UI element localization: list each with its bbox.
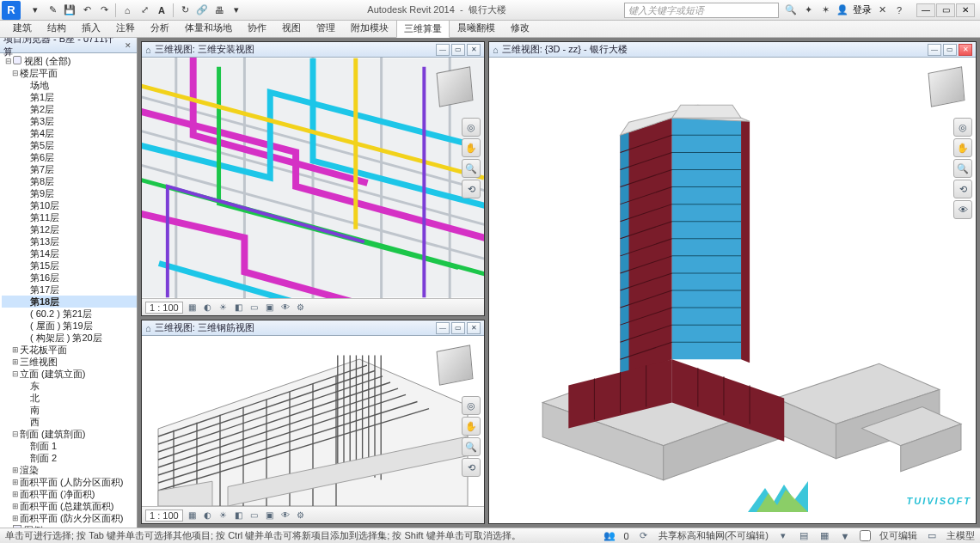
sync-status-icon[interactable]: ⟳ bbox=[638, 530, 650, 542]
user-icon[interactable]: 👤 bbox=[836, 3, 849, 17]
tree-node[interactable]: ⊟剖面 (建筑剖面) bbox=[2, 428, 137, 440]
tree-node[interactable]: ⊟楼层平面 bbox=[2, 67, 137, 79]
view-min-icon[interactable]: — bbox=[928, 44, 941, 56]
tree-node[interactable]: 第6层 bbox=[2, 151, 137, 163]
tree-node[interactable]: 第14层 bbox=[2, 247, 137, 259]
view-title-bar[interactable]: ⌂ 三维视图: 三维安装视图 — ▭ ✕ bbox=[142, 42, 484, 58]
tree-node[interactable]: 第12层 bbox=[2, 223, 137, 235]
tree-node[interactable]: 第2层 bbox=[2, 103, 137, 115]
scale-selector[interactable]: 1 : 100 bbox=[145, 509, 183, 522]
steering-wheel-icon[interactable]: ◎ bbox=[462, 396, 481, 415]
tree-node[interactable]: 第15层 bbox=[2, 259, 137, 272]
view-max-icon[interactable]: ▭ bbox=[943, 44, 957, 56]
view-close-icon[interactable]: ✕ bbox=[467, 322, 481, 334]
ribbon-tab[interactable]: 视图 bbox=[274, 19, 309, 37]
redo-icon[interactable]: ↷ bbox=[96, 3, 112, 18]
file-menu-icon[interactable]: ▾ bbox=[28, 3, 43, 18]
panel-close-icon[interactable]: ✕ bbox=[123, 40, 133, 51]
tree-node[interactable]: 第1层 bbox=[2, 91, 137, 103]
tree-node[interactable]: ⊞渲染 bbox=[2, 464, 137, 476]
tree-node[interactable]: 剖面 1 bbox=[2, 440, 137, 452]
tree-node[interactable]: ⊞三维视图 bbox=[2, 356, 137, 368]
tree-node[interactable]: 第18层 bbox=[2, 296, 137, 308]
tree-node[interactable]: 第4层 bbox=[2, 127, 137, 139]
ribbon-tab[interactable]: 附加模块 bbox=[343, 19, 396, 37]
link-icon[interactable]: 🔗 bbox=[194, 3, 210, 18]
tree-node[interactable]: 场地 bbox=[2, 79, 137, 91]
ribbon-tab[interactable]: 修改 bbox=[503, 19, 537, 37]
measure-icon[interactable]: ⤢ bbox=[137, 3, 152, 18]
ribbon-tab[interactable]: 体量和场地 bbox=[177, 19, 240, 37]
view-home-icon[interactable]: ⌂ bbox=[145, 45, 151, 55]
tree-node[interactable]: 第3层 bbox=[2, 115, 137, 127]
view-cube[interactable] bbox=[431, 341, 479, 389]
tree-node[interactable]: 剖面 2 bbox=[2, 452, 137, 464]
home-icon[interactable]: ⌂ bbox=[119, 3, 135, 18]
view-min-icon[interactable]: — bbox=[436, 322, 450, 334]
ribbon-tab[interactable]: 结构 bbox=[40, 19, 74, 37]
editable-only-checkbox[interactable] bbox=[860, 530, 871, 541]
zoom-icon[interactable]: 🔍 bbox=[462, 159, 481, 178]
tree-node[interactable]: ( 60.2 ) 第21层 bbox=[2, 308, 137, 320]
minimize-icon[interactable]: — bbox=[916, 3, 935, 17]
ribbon-tab[interactable]: 三维算量 bbox=[396, 20, 450, 38]
exchange-icon[interactable]: ✶ bbox=[818, 3, 832, 17]
tree-node[interactable]: 东 bbox=[2, 380, 137, 392]
view-min-icon[interactable]: — bbox=[436, 44, 450, 56]
ribbon-tab[interactable]: 协作 bbox=[240, 19, 274, 37]
visual-style-icon[interactable]: ◐ bbox=[202, 509, 214, 522]
tree-node[interactable]: 第5层 bbox=[2, 139, 137, 151]
project-browser-tree[interactable]: ⊟视图 (全部)⊟楼层平面场地第1层第2层第3层第4层第5层第6层第7层第8层第… bbox=[0, 53, 137, 528]
filter-icon[interactable]: ▼ bbox=[839, 530, 851, 542]
favorite-icon[interactable]: ✕ bbox=[875, 3, 889, 17]
view-canvas-building[interactable]: ◎ ✋ 🔍 ⟲ 👁 bbox=[489, 58, 976, 523]
tree-node[interactable]: ⊟立面 (建筑立面) bbox=[2, 368, 137, 380]
tree-node[interactable]: 西 bbox=[2, 416, 137, 428]
hide-icon[interactable]: 👁 bbox=[279, 302, 291, 314]
undo-icon[interactable]: ↶ bbox=[79, 3, 95, 18]
view-cube[interactable] bbox=[922, 63, 971, 111]
view-max-icon[interactable]: ▭ bbox=[451, 44, 465, 56]
crop-icon[interactable]: ▭ bbox=[248, 302, 260, 314]
close-icon[interactable]: ✕ bbox=[956, 3, 975, 17]
orbit-icon[interactable]: ⟲ bbox=[462, 458, 481, 477]
visual-style-icon[interactable]: ◐ bbox=[202, 302, 214, 314]
model-icon[interactable]: ▭ bbox=[926, 530, 938, 542]
settings-icon[interactable]: ▾ bbox=[229, 3, 244, 18]
tree-node[interactable]: 北 bbox=[2, 392, 137, 404]
tree-node[interactable]: 第7层 bbox=[2, 163, 137, 175]
login-label[interactable]: 登录 bbox=[853, 3, 872, 16]
ribbon-tab[interactable]: 注释 bbox=[108, 19, 143, 37]
tree-node[interactable]: ( 屋面 ) 第19层 bbox=[2, 320, 137, 332]
search-input[interactable]: 键入关键字或短语 bbox=[624, 3, 779, 18]
help-icon[interactable]: ? bbox=[892, 3, 906, 17]
view-max-icon[interactable]: ▭ bbox=[451, 322, 465, 334]
design-options-icon[interactable]: ▤ bbox=[798, 530, 810, 542]
sync-icon[interactable]: ↻ bbox=[177, 3, 193, 18]
view-close-icon[interactable]: ✕ bbox=[959, 44, 972, 56]
zoom-icon[interactable]: 🔍 bbox=[953, 159, 972, 178]
view-title-bar[interactable]: ⌂ 三维视图: 三维钢筋视图 — ▭ ✕ bbox=[142, 320, 484, 336]
orbit-icon[interactable]: ⟲ bbox=[953, 180, 972, 198]
view-home-icon[interactable]: ⌂ bbox=[493, 45, 499, 55]
temp-props-icon[interactable]: ⚙ bbox=[295, 302, 307, 314]
view-home-icon[interactable]: ⌂ bbox=[145, 323, 151, 333]
pan-icon[interactable]: ✋ bbox=[953, 138, 972, 157]
selection-icon[interactable]: ▦ bbox=[818, 530, 830, 542]
ribbon-tab[interactable]: 建筑 bbox=[5, 19, 40, 37]
view-cube[interactable] bbox=[431, 63, 479, 111]
tree-node[interactable]: ⊞面积平面 (防火分区面积) bbox=[2, 512, 137, 524]
sun-path-icon[interactable]: ☀ bbox=[217, 302, 230, 314]
look-icon[interactable]: 👁 bbox=[953, 200, 972, 219]
crop-icon[interactable]: ▭ bbox=[248, 509, 260, 522]
tree-node[interactable]: ⊞面积平面 (总建筑面积) bbox=[2, 500, 137, 512]
scale-selector[interactable]: 1 : 100 bbox=[145, 302, 183, 314]
search-go-icon[interactable]: 🔍 bbox=[784, 3, 798, 17]
temp-props-icon[interactable]: ⚙ bbox=[295, 509, 307, 522]
tree-node[interactable]: 第8层 bbox=[2, 175, 137, 187]
shadows-icon[interactable]: ◧ bbox=[233, 509, 245, 522]
tree-node[interactable]: 第16层 bbox=[2, 272, 137, 284]
crop-visible-icon[interactable]: ▣ bbox=[264, 509, 276, 522]
tree-node[interactable]: 第9层 bbox=[2, 187, 137, 199]
steering-wheel-icon[interactable]: ◎ bbox=[953, 118, 972, 137]
